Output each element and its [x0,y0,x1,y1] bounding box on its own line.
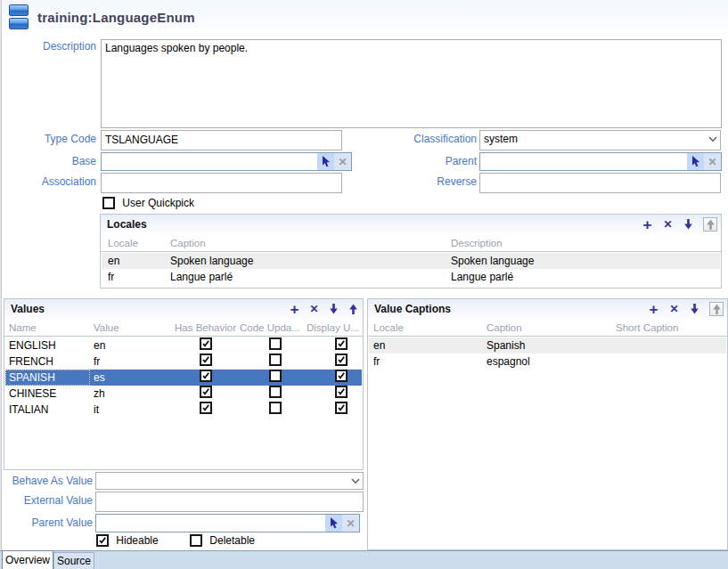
parent-value-select-button[interactable] [325,515,342,532]
behave-as-value-combo[interactable] [95,472,364,490]
reverse-label: Reverse [356,173,477,191]
code-updatable-checkbox[interactable] [269,386,282,398]
cursor-arrow-icon [691,156,700,167]
parent-select-button[interactable] [687,153,704,170]
parent-picker[interactable]: ✕ [479,152,722,171]
display-update-checkbox[interactable] [335,386,348,398]
locales-toolbar: + ✕ [642,215,717,234]
association-label: Association [0,173,96,191]
move-up-icon[interactable] [348,304,359,315]
values-row-chinese[interactable]: CHINESE zh [5,386,362,402]
has-behavior-checkbox[interactable] [200,337,212,350]
values-row-spanish[interactable]: SPANISH es [5,370,362,386]
move-up-icon[interactable] [703,217,717,232]
delete-icon[interactable]: ✕ [668,304,680,315]
code-updatable-checkbox[interactable] [269,370,282,382]
locales-row-fr[interactable]: fr Langue parlé Langue parlé [102,269,720,285]
vc-col-caption[interactable]: Caption [487,319,522,337]
values-row-italian[interactable]: ITALIAN it [5,402,362,418]
base-value[interactable] [102,153,317,170]
has-behavior-checkbox[interactable] [200,402,212,414]
hideable-checkbox[interactable] [96,534,109,547]
has-behavior-checkbox[interactable] [200,386,212,398]
classification-value: system [484,131,518,148]
vc-col-locale[interactable]: Locale [373,319,404,337]
parent-value[interactable] [480,153,687,170]
add-icon[interactable]: + [289,304,300,315]
has-behavior-checkbox[interactable] [200,370,212,382]
locales-title: Locales [107,215,147,234]
tab-overview[interactable]: Overview [2,550,53,569]
move-down-icon[interactable] [683,219,694,231]
values-title-bar: Values + ✕ [4,299,363,319]
values-col-has-behavior[interactable]: Has Behavior [175,319,236,337]
locales-row-en[interactable]: en Spoken language Spoken language [102,253,720,269]
cell-caption: espagnol [487,354,530,370]
values-row-english[interactable]: ENGLISH en [5,337,362,354]
external-value-label: External Value [0,492,93,510]
external-value-field[interactable] [95,492,364,512]
deletable-checkbox[interactable] [190,534,202,547]
values-title: Values [11,299,45,319]
display-update-checkbox[interactable] [335,337,348,350]
type-code-field[interactable]: TSLANGUAGE [101,130,342,150]
display-update-checkbox[interactable] [335,402,348,414]
chevron-down-icon[interactable] [708,136,717,142]
description-field[interactable]: Languages spoken by people. [101,39,722,128]
values-col-name[interactable]: Name [9,319,37,337]
cell-name: ITALIAN [9,402,48,418]
vc-row-en[interactable]: en Spanish [369,337,726,354]
cursor-arrow-icon [329,517,339,529]
description-label: Description [0,39,96,53]
user-quickpick-label: User Quickpick [122,197,194,210]
base-picker[interactable]: ✕ [101,152,352,171]
values-col-value[interactable]: Value [94,319,119,337]
cursor-arrow-icon [321,156,331,167]
locales-col-description[interactable]: Description [451,234,503,252]
parent-clear-button[interactable]: ✕ [704,153,721,170]
code-updatable-checkbox[interactable] [269,354,282,366]
value-captions-header-row: Locale Caption Short Caption [368,319,727,337]
tab-source[interactable]: Source [53,552,94,569]
delete-icon[interactable]: ✕ [662,219,674,231]
cell-locale: en [373,337,385,354]
reverse-field[interactable] [479,173,721,193]
classification-label: Classification [356,130,477,149]
display-update-checkbox[interactable] [335,354,348,366]
cell-locale: en [108,253,119,269]
header-bar: training:LanguageEnum [2,0,728,37]
user-quickpick-checkbox[interactable] [102,197,115,209]
has-behavior-checkbox[interactable] [200,354,212,366]
delete-icon[interactable]: ✕ [308,304,320,315]
code-updatable-checkbox[interactable] [269,402,282,414]
locales-col-locale[interactable]: Locale [108,234,138,252]
association-field[interactable] [101,173,342,193]
base-clear-button[interactable]: ✕ [334,153,351,170]
vc-row-fr[interactable]: fr espagnol [369,354,726,370]
values-col-display-update[interactable]: Display U... [307,319,359,337]
move-down-icon[interactable] [328,304,339,315]
value-captions-title-bar: Value Captions + ✕ [368,299,727,319]
deletable-row: Deletable [190,534,255,548]
values-col-code-updatable[interactable]: Code Upda... [240,319,300,337]
hideable-row: Hideable [96,534,159,548]
move-up-icon[interactable] [709,302,724,316]
vc-col-short-caption[interactable]: Short Caption [616,319,678,337]
code-updatable-checkbox[interactable] [269,337,282,350]
add-icon[interactable]: + [642,219,653,231]
chevron-down-icon[interactable] [351,478,360,484]
parent-value-clear-button[interactable]: ✕ [342,515,359,532]
locales-col-caption[interactable]: Caption [170,234,206,252]
display-update-checkbox[interactable] [335,370,348,382]
base-select-button[interactable] [317,153,334,170]
cell-locale: fr [373,354,380,370]
cell-name: SPANISH [5,370,90,386]
move-down-icon[interactable] [689,304,700,315]
parent-value-picker[interactable]: ✕ [95,514,360,532]
enum-type-icon [9,4,29,31]
values-row-french[interactable]: FRENCH fr [5,354,362,370]
classification-combo[interactable]: system [479,130,721,150]
cell-value: it [94,402,99,418]
add-icon[interactable]: + [648,304,659,315]
parent-value-value[interactable] [96,515,325,532]
